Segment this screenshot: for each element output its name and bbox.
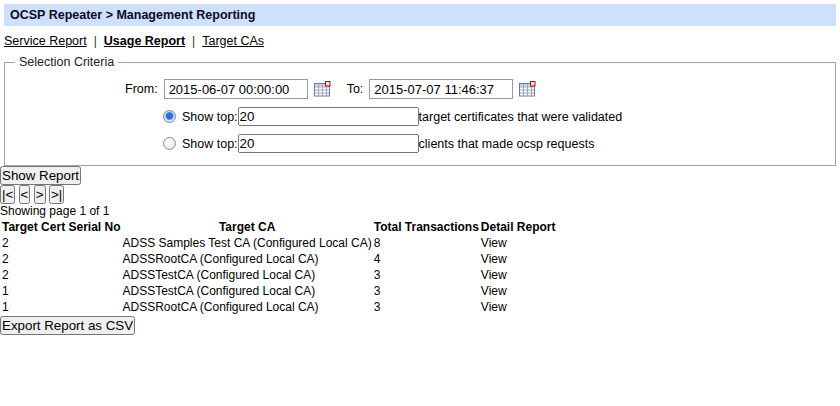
view-link[interactable]: View	[481, 268, 507, 282]
tab-target-cas[interactable]: Target CAs	[202, 34, 264, 48]
selection-criteria-fieldset: Selection Criteria From: To:	[4, 55, 836, 166]
to-label: To:	[347, 82, 364, 96]
cell-total-transactions: 4	[374, 252, 479, 266]
top-certificates-count-input[interactable]	[238, 107, 419, 126]
nav-separator: |	[192, 34, 195, 48]
col-header-serial: Target Cert Serial No	[2, 220, 120, 234]
to-calendar-icon[interactable]	[519, 81, 536, 97]
radio-top-clients[interactable]	[163, 137, 176, 150]
cell-serial: 1	[2, 284, 120, 298]
show-top-certificates-row: Show top: target certificates that were …	[163, 107, 827, 126]
pager-button-group: |< < > >|	[0, 185, 840, 204]
show-top-label: Show top:	[182, 137, 238, 151]
top-clients-count-input[interactable]	[238, 134, 419, 153]
cell-detail-report: View	[481, 284, 556, 298]
cell-detail-report: View	[481, 268, 556, 282]
col-header-detail-report: Detail Report	[481, 220, 556, 234]
prev-page-button[interactable]: <	[19, 185, 31, 204]
selection-criteria-legend: Selection Criteria	[15, 55, 118, 69]
col-header-total-transactions: Total Transactions	[374, 220, 479, 234]
last-page-button[interactable]: >|	[49, 185, 64, 204]
show-report-button[interactable]: Show Report	[0, 166, 81, 185]
table-row: 2 ADSSRootCA (Configured Local CA) 4 Vie…	[2, 252, 556, 266]
table-row: 1 ADSSRootCA (Configured Local CA) 3 Vie…	[2, 300, 556, 314]
table-row: 1 ADSSTestCA (Configured Local CA) 3 Vie…	[2, 284, 556, 298]
table-row: 2 ADSS Samples Test CA (Configured Local…	[2, 236, 556, 250]
from-label: From:	[125, 82, 158, 96]
cell-total-transactions: 3	[374, 284, 479, 298]
col-header-target-ca: Target CA	[122, 220, 371, 234]
cell-serial: 2	[2, 236, 120, 250]
page-status-text: Showing page 1 of 1	[0, 204, 109, 218]
cell-total-transactions: 3	[374, 300, 479, 314]
cell-serial: 1	[2, 300, 120, 314]
date-range-row: From: To:	[125, 79, 827, 99]
report-tabs-nav: Service Report | Usage Report | Target C…	[4, 33, 836, 49]
usage-report-table: Target Cert Serial No Target CA Total Tr…	[0, 218, 558, 316]
cell-detail-report: View	[481, 252, 556, 266]
view-link[interactable]: View	[481, 252, 507, 266]
tab-usage-report[interactable]: Usage Report	[104, 34, 185, 48]
calendar-icon	[314, 81, 331, 97]
page-title: OCSP Repeater > Management Reporting	[4, 8, 255, 22]
radio-top-certificates[interactable]	[163, 110, 176, 123]
tab-service-report[interactable]: Service Report	[4, 34, 87, 48]
show-top-label: Show top:	[182, 110, 238, 124]
table-header-row: Target Cert Serial No Target CA Total Tr…	[2, 220, 556, 234]
cell-serial: 2	[2, 252, 120, 266]
cell-target-ca: ADSS Samples Test CA (Configured Local C…	[122, 236, 371, 250]
cell-total-transactions: 3	[374, 268, 479, 282]
table-row: 2 ADSSTestCA (Configured Local CA) 3 Vie…	[2, 268, 556, 282]
view-link[interactable]: View	[481, 284, 507, 298]
next-page-button[interactable]: >	[34, 185, 46, 204]
cell-target-ca: ADSSRootCA (Configured Local CA)	[122, 300, 371, 314]
show-report-row: Show Report	[0, 166, 840, 185]
cell-target-ca: ADSSRootCA (Configured Local CA)	[122, 252, 371, 266]
view-link[interactable]: View	[481, 300, 507, 314]
first-page-button[interactable]: |<	[0, 185, 15, 204]
pagination-row: |< < > >| Showing page 1 of 1	[0, 185, 840, 218]
ocsp-management-reporting-page: OCSP Repeater > Management Reporting Ser…	[0, 4, 840, 406]
nav-separator: |	[94, 34, 97, 48]
page-header-bar: OCSP Repeater > Management Reporting	[4, 4, 836, 26]
export-csv-button[interactable]: Export Report as CSV	[0, 316, 135, 335]
from-date-input[interactable]	[164, 79, 308, 99]
export-row: Export Report as CSV	[0, 316, 840, 335]
top-clients-suffix: clients that made ocsp requests	[419, 137, 595, 151]
cell-total-transactions: 8	[374, 236, 479, 250]
top-certificates-suffix: target certificates that were validated	[419, 110, 623, 124]
to-date-input[interactable]	[369, 79, 513, 99]
show-top-clients-row: Show top: clients that made ocsp request…	[163, 134, 827, 153]
calendar-icon	[519, 81, 536, 97]
view-link[interactable]: View	[481, 236, 507, 250]
cell-serial: 2	[2, 268, 120, 282]
cell-detail-report: View	[481, 236, 556, 250]
cell-target-ca: ADSSTestCA (Configured Local CA)	[122, 284, 371, 298]
cell-detail-report: View	[481, 300, 556, 314]
cell-target-ca: ADSSTestCA (Configured Local CA)	[122, 268, 371, 282]
from-calendar-icon[interactable]	[314, 81, 331, 97]
